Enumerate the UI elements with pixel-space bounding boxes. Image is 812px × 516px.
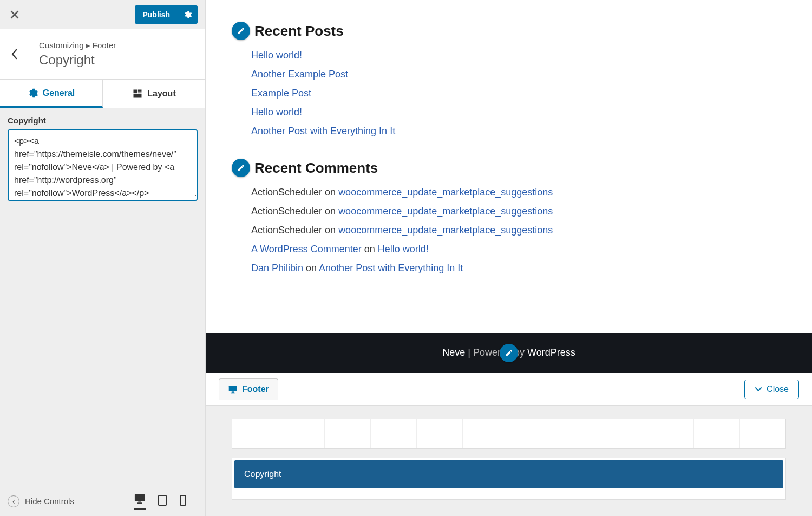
gear-icon (184, 10, 192, 19)
copyright-field-label: Copyright (8, 116, 198, 125)
svg-rect-1 (138, 90, 142, 92)
desktop-icon[interactable] (134, 493, 146, 510)
builder-cell[interactable] (463, 419, 509, 448)
list-item: Hello world! (251, 50, 786, 61)
list-item: ActionScheduler on woocommerce_update_ma… (251, 206, 786, 217)
gear-icon (28, 88, 38, 99)
svg-rect-7 (159, 495, 166, 505)
pencil-icon (237, 164, 245, 172)
pencil-icon (505, 349, 513, 357)
comment-target-link[interactable]: woocommerce_update_marketplace_suggestio… (338, 206, 553, 217)
svg-rect-10 (232, 391, 234, 392)
recent-comments-list: ActionScheduler on woocommerce_update_ma… (251, 187, 786, 274)
comment-target-link[interactable]: Hello world! (378, 244, 429, 254)
post-link[interactable]: Hello world! (251, 107, 302, 117)
builder-cell[interactable] (740, 419, 785, 448)
comment-on-text: on (362, 244, 378, 254)
svg-rect-11 (231, 393, 234, 393)
comment-target-link[interactable]: woocommerce_update_marketplace_suggestio… (338, 225, 553, 236)
builder-cell[interactable] (325, 419, 371, 448)
comment-author[interactable]: Dan Philibin (251, 263, 303, 273)
chevron-down-icon (755, 387, 762, 392)
copyright-textarea[interactable] (8, 129, 198, 201)
list-item: ActionScheduler on woocommerce_update_ma… (251, 187, 786, 198)
comment-on-text: on (322, 225, 338, 236)
sidebar-header: Publish (0, 0, 205, 29)
publish-settings-button[interactable] (178, 5, 198, 24)
publish-label: Publish (135, 10, 178, 19)
edit-shortcut-button[interactable] (232, 22, 250, 40)
footer-theme-link[interactable]: Neve (442, 347, 465, 358)
builder-cell[interactable] (232, 419, 278, 448)
recent-comments-title: Recent Comments (254, 160, 378, 177)
footer-builder-row-bottom-wrapper: Copyright (232, 458, 786, 500)
recent-comments-heading: Recent Comments (232, 159, 786, 177)
svg-rect-8 (180, 495, 186, 505)
mobile-icon[interactable] (179, 494, 187, 508)
close-icon (10, 10, 19, 19)
builder-cell[interactable] (417, 419, 463, 448)
back-button[interactable] (0, 29, 29, 79)
recent-posts-list: Hello world!Another Example PostExample … (251, 50, 786, 137)
tab-layout[interactable]: Layout (103, 80, 205, 108)
builder-cell[interactable] (555, 419, 601, 448)
comment-on-text: on (322, 206, 338, 217)
builder-cell[interactable] (694, 419, 740, 448)
list-item: A WordPress Commenter on Hello world! (251, 244, 786, 255)
copyright-field-section: Copyright (0, 108, 205, 210)
publish-button[interactable]: Publish (135, 5, 198, 24)
device-preview-icons (134, 493, 198, 510)
builder-cell[interactable] (647, 419, 693, 448)
builder-cell[interactable] (601, 419, 647, 448)
tablet-icon[interactable] (158, 494, 167, 508)
desktop-icon (228, 385, 238, 394)
site-footer: Neve | Powered by WordPress (206, 333, 812, 373)
footer-builder-grid: Copyright (206, 406, 812, 516)
footer-builder-tab[interactable]: Footer (219, 378, 278, 400)
tab-layout-label: Layout (147, 89, 175, 99)
customizer-sidebar: Publish Customizing ▸ Footer Copyright G… (0, 0, 206, 516)
svg-rect-5 (138, 501, 141, 502)
hide-controls-button[interactable]: ‹ Hide Controls (8, 495, 74, 507)
svg-rect-6 (137, 502, 142, 504)
edit-shortcut-button[interactable] (232, 159, 250, 177)
post-link[interactable]: Example Post (251, 88, 311, 99)
svg-rect-9 (229, 386, 237, 391)
copyright-block-label: Copyright (244, 469, 281, 479)
comment-target-link[interactable]: woocommerce_update_marketplace_suggestio… (338, 187, 553, 198)
preview-pane: Recent Posts Hello world!Another Example… (206, 0, 812, 516)
post-link[interactable]: Another Example Post (251, 69, 348, 80)
svg-rect-4 (135, 494, 145, 501)
footer-platform-link[interactable]: WordPress (527, 347, 575, 358)
layout-icon (132, 88, 143, 99)
publish-wrap: Publish (135, 5, 205, 24)
builder-cell[interactable] (278, 419, 324, 448)
comment-author[interactable]: A WordPress Commenter (251, 244, 362, 254)
builder-cell[interactable] (509, 419, 555, 448)
comment-on-text: on (303, 263, 319, 273)
breadcrumb-title: Copyright (39, 53, 116, 68)
comment-author: ActionScheduler (251, 225, 322, 236)
list-item: ActionScheduler on woocommerce_update_ma… (251, 225, 786, 236)
comment-author: ActionScheduler (251, 206, 322, 217)
comment-on-text: on (322, 187, 338, 198)
close-customizer-button[interactable] (0, 0, 29, 29)
list-item: Dan Philibin on Another Post with Everyt… (251, 263, 786, 274)
preview-content: Recent Posts Hello world!Another Example… (206, 0, 812, 333)
list-item: Hello world! (251, 107, 786, 118)
svg-rect-3 (134, 94, 142, 98)
recent-posts-heading: Recent Posts (232, 22, 786, 40)
breadcrumb-row: Customizing ▸ Footer Copyright (0, 29, 205, 80)
list-item: Another Example Post (251, 69, 786, 80)
footer-builder-row-top[interactable] (232, 419, 786, 449)
tab-general[interactable]: General (0, 80, 103, 108)
builder-cell[interactable] (371, 419, 417, 448)
close-builder-button[interactable]: Close (744, 380, 799, 399)
post-link[interactable]: Hello world! (251, 50, 302, 61)
settings-tabs: General Layout (0, 80, 205, 108)
edit-shortcut-button[interactable] (500, 344, 518, 362)
footer-tab-label: Footer (242, 384, 269, 394)
post-link[interactable]: Another Post with Everything In It (251, 126, 395, 136)
comment-target-link[interactable]: Another Post with Everything In It (319, 263, 463, 273)
footer-builder-copyright-block[interactable]: Copyright (234, 460, 783, 488)
